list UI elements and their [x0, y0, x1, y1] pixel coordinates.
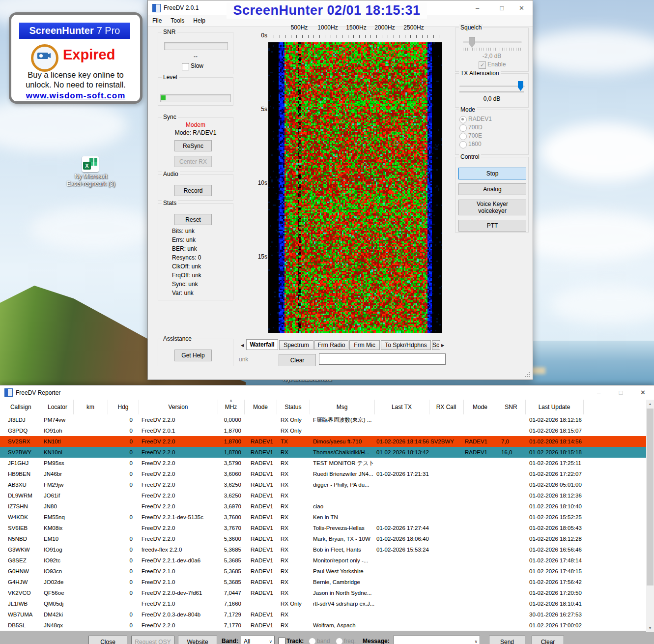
- cell-msg: F層臨界周波数(東京) ...: [310, 414, 374, 425]
- table-row-g8sez[interactable]: G8SEZIO92tc0FreeDV 2.2.1-dev-d0a65,3685R…: [0, 555, 646, 566]
- table-row-sv2bwy[interactable]: SV2BWYKN10ni0FreeDV 2.2.01,8700RADEV1RXT…: [0, 447, 646, 458]
- table-row-wb7uma[interactable]: WB7UMADM42ki0FreeDV 2.0.3-dev-804b7,1729…: [0, 609, 646, 620]
- band-label: Band:: [222, 638, 238, 644]
- table-row-ab3xu[interactable]: AB3XUFM29jw0FreeDV 2.2.03,6250RADEV1RXdi…: [0, 479, 646, 490]
- menu-help[interactable]: Help: [189, 17, 210, 24]
- table-row-n5nbd[interactable]: N5NBDEM100FreeDV 2.2.05,3600RADEV1RXMark…: [0, 533, 646, 544]
- maximize-button[interactable]: □: [491, 0, 513, 15]
- reporter-clear-button[interactable]: Clear: [532, 636, 564, 644]
- squelch-value: -2,0 dB: [455, 53, 528, 59]
- tab-spectrum[interactable]: Spectrum: [279, 340, 313, 350]
- reporter-message-combo[interactable]: ∨: [393, 636, 480, 644]
- record-button[interactable]: Record: [174, 185, 212, 196]
- ptt-button[interactable]: PTT: [458, 220, 526, 232]
- table-row-vk2vco[interactable]: VK2VCOQF56oe0FreeDV 2.2.0-dev-7fd617,044…: [0, 587, 646, 598]
- table-row-g3wkw[interactable]: G3WKWIO91og0freedv-flex 2.2.05,3685RADEV…: [0, 544, 646, 555]
- cell-km: [73, 544, 108, 555]
- get-help-button[interactable]: Get Help: [174, 350, 212, 361]
- tab-to-spkr-hdphns[interactable]: To Spkr/Hdphns: [381, 340, 431, 350]
- cell-callsign: VK2VCO: [0, 587, 42, 598]
- table-row-ji3ldj[interactable]: JI3LDJPM74vw0FreeDV 2.2.00,0000RX OnlyF層…: [0, 414, 646, 425]
- column-header-mhz[interactable]: MHz∧: [218, 400, 244, 414]
- cell-locator: IO93cn: [42, 566, 73, 577]
- cell-status: RX: [277, 555, 310, 566]
- table-row-jf1ghj[interactable]: JF1GHJPM95ss0FreeDV 2.2.03,5790RADEV1RXT…: [0, 458, 646, 468]
- table-row-sv2srx[interactable]: SV2SRXKN10tl0FreeDV 2.2.01,8700RADEV1TXD…: [0, 436, 646, 447]
- table-row-db5sl[interactable]: DB5SLJN48qx0FreeDV 2.2.07,1770RADEV1RXWo…: [0, 620, 646, 631]
- level-group: Level: [158, 77, 233, 106]
- column-header-msg[interactable]: Msg: [310, 400, 374, 414]
- snr-slow-checkbox[interactable]: [182, 63, 189, 70]
- cell-locator: KN10ni: [42, 447, 73, 458]
- tab-waterfall[interactable]: Waterfall: [246, 339, 278, 350]
- close-button[interactable]: ✕: [511, 0, 533, 15]
- cell-msg: digger - Philly, PA du...: [310, 479, 374, 490]
- website-button[interactable]: Website: [178, 636, 217, 644]
- table-row-iz7shn[interactable]: IZ7SHNJN80FreeDV 2.2.03,6970RADEV1RXciao…: [0, 501, 646, 512]
- column-header-last-update[interactable]: Last Update: [525, 400, 583, 414]
- cell-locator: JN48qx: [42, 620, 73, 631]
- table-row-dl9wrm[interactable]: DL9WRMJO61ifFreeDV 2.2.03,6250RADEV1RX01…: [0, 490, 646, 501]
- tab-sc[interactable]: Sc: [432, 340, 440, 350]
- column-header-snr[interactable]: SNR: [497, 400, 525, 414]
- cell-km: [73, 458, 108, 468]
- table-row-g3pdq[interactable]: G3PDQIO91oh0FreeDV 2.0.11,8700RX Only01-…: [0, 425, 646, 436]
- reporter-scrollbar[interactable]: ▲ ▼: [646, 400, 654, 632]
- menu-tools[interactable]: Tools: [166, 17, 189, 24]
- table-row-g0hnw[interactable]: G0HNWIO93cn0FreeDV 2.1.05,3685RADEV1RXPa…: [0, 566, 646, 577]
- band-select[interactable]: All ∨: [241, 636, 275, 644]
- column-header-locator[interactable]: Locator: [42, 400, 73, 414]
- stop-button[interactable]: Stop: [458, 168, 526, 179]
- cell-mode: RADEV1: [244, 501, 277, 512]
- column-header-mode2[interactable]: Mode: [463, 400, 497, 414]
- analog-button[interactable]: Analog: [458, 183, 526, 195]
- scroll-up-icon[interactable]: ▲: [646, 400, 654, 408]
- column-header-hdg[interactable]: Hdg: [108, 400, 139, 414]
- tab-frm-radio[interactable]: Frm Radio: [314, 340, 348, 350]
- cell-last-update: 01-02-2026 17:48:15: [525, 566, 583, 577]
- cell-msg: Ruedi Brienzwiler JN4...: [310, 468, 374, 479]
- column-header-mode[interactable]: Mode: [244, 400, 277, 414]
- cell-version: FreeDV 2.2.0: [139, 620, 218, 631]
- table-row-g4hjw[interactable]: G4HJWJO02de0FreeDV 2.1.05,3685RADEV1RXBe…: [0, 577, 646, 587]
- message-input[interactable]: [319, 353, 446, 365]
- scroll-down-icon[interactable]: ▼: [646, 624, 654, 632]
- cell-callsign: G3WKW: [0, 544, 42, 555]
- cell-msg: rtl-sdrV4 sdrsharp ex.J...: [310, 598, 374, 609]
- resize-grip[interactable]: [524, 372, 530, 377]
- excel-file-label[interactable]: Ny Microsoft Excel-regneark (3): [54, 173, 128, 188]
- cell-km: [73, 501, 108, 512]
- wisdom-soft-link[interactable]: www.wisdom-soft.com: [11, 91, 140, 101]
- column-header-version[interactable]: Version: [139, 400, 218, 414]
- clear-button[interactable]: Clear: [279, 354, 316, 366]
- tx-attenuation-slider-thumb[interactable]: [518, 81, 523, 91]
- track-checkbox[interactable]: [278, 638, 285, 644]
- tab-frm-mic[interactable]: Frm Mic: [349, 340, 380, 350]
- column-header-callsign[interactable]: Callsign: [0, 400, 42, 414]
- table-row-w4kdk[interactable]: W4KDKEM55nq0FreeDV 2.2.1-dev-5135c3,7600…: [0, 512, 646, 523]
- voice-keyer-button[interactable]: Voice Keyer voicekeyer: [458, 200, 526, 215]
- tab-scroll-left-icon[interactable]: ◀: [239, 341, 246, 350]
- excel-file-icon[interactable]: X: [82, 156, 99, 172]
- reporter-close-button[interactable]: ✕: [632, 385, 654, 400]
- tab-scroll-right-icon[interactable]: ▶: [439, 341, 446, 350]
- table-row-jl1iwb[interactable]: JL1IWBQM05djFreeDV 2.1.07,1660RX Onlyrtl…: [0, 598, 646, 609]
- column-header-rx-call[interactable]: RX Call: [429, 400, 463, 414]
- table-row-hb9ben[interactable]: HB9BENJN46br0FreeDV 2.2.03,6060RADEV1RXR…: [0, 468, 646, 479]
- reporter-minimize-button[interactable]: –: [588, 385, 610, 400]
- cell-callsign: WB7UMA: [0, 609, 42, 620]
- menu-file[interactable]: File: [148, 17, 166, 24]
- cell-snr: [497, 544, 525, 555]
- table-row-sv6ieb[interactable]: SV6IEBKM08ixFreeDV 2.2.03,7670RADEV1RXTo…: [0, 523, 646, 533]
- reporter-close-button-footer[interactable]: Close: [88, 636, 127, 644]
- cell-last-update: 01-02-2026 05:01:00: [525, 479, 583, 490]
- minimize-button[interactable]: –: [466, 0, 488, 15]
- column-header-last-tx[interactable]: Last TX: [374, 400, 429, 414]
- column-header-km[interactable]: km: [73, 400, 108, 414]
- scrollbar-thumb[interactable]: [647, 409, 654, 585]
- reporter-titlebar[interactable]: FreeDV Reporter: [0, 385, 654, 400]
- resync-button[interactable]: ReSync: [174, 140, 212, 151]
- send-button[interactable]: Send: [489, 636, 525, 644]
- column-header-status[interactable]: Status: [277, 400, 310, 414]
- reset-button[interactable]: Reset: [174, 214, 212, 225]
